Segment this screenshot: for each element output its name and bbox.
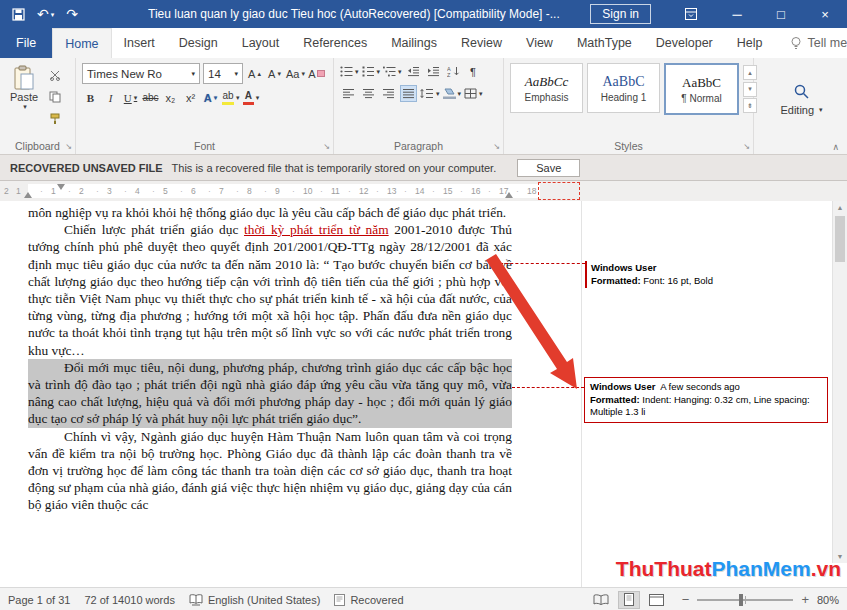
tab-mailings[interactable]: Mailings [379,28,449,58]
sort-button[interactable]: AZ [445,63,462,80]
tab-developer[interactable]: Developer [644,28,725,58]
tab-layout[interactable]: Layout [230,28,292,58]
cut-button[interactable] [46,66,63,83]
paragraph-dialog-launcher-icon[interactable]: ↘ [493,142,500,151]
scrollbar-thumb[interactable] [835,216,845,262]
increase-indent-button[interactable] [425,63,442,80]
subscript-button[interactable]: x₂ [162,89,179,106]
first-line-indent-marker[interactable] [57,184,65,190]
numbering-button[interactable]: ▾ [362,63,381,80]
maximize-button[interactable]: □ [759,0,803,28]
ruler[interactable]: 211·2·3·4·5·6·7·8·9·10·11·12·13·14·15·16… [0,181,847,201]
revision-note[interactable]: Windows User A few seconds agoFormatted:… [584,377,828,423]
multilevel-list-button[interactable]: ▾ [383,63,402,80]
align-center-button[interactable] [360,85,377,102]
text-effects-button[interactable]: A▾ [202,89,219,106]
styles-gallery: AaBbCcEmphasisAaBbCHeading 1AaBbC¶ Norma… [510,63,739,115]
font-name-select[interactable]: Times New Ro▾ [82,63,200,84]
font-dialog-launcher-icon[interactable]: ↘ [323,142,330,151]
redo-icon[interactable]: ↷ [66,7,78,21]
style-heading-1[interactable]: AaBbCHeading 1 [587,63,660,113]
font-size-select[interactable]: 14▾ [203,63,243,84]
save-recovered-button[interactable]: Save [517,159,580,177]
bold-button[interactable]: B [82,89,99,106]
clipboard-dialog-launcher-icon[interactable]: ↘ [65,142,72,151]
bullets-button[interactable]: ▾ [340,63,359,80]
close-button[interactable]: × [803,0,847,28]
sign-in-button[interactable]: Sign in [590,4,651,24]
paragraph[interactable]: Chiến lược phát triển giáo dục thời kỳ p… [28,221,512,359]
style-emphasis[interactable]: AaBbCcEmphasis [510,63,583,113]
underline-button[interactable]: U▾ [122,89,139,106]
paragraph[interactable]: Chính vì vậy, Ngành giáo dục huyện Hàm T… [28,428,512,514]
tab-references[interactable]: References [291,28,379,58]
page-indicator[interactable]: Page 1 of 31 [8,594,70,606]
grow-font-button[interactable]: A▴ [246,65,263,82]
highlight-button[interactable]: ab▾ [222,89,240,106]
clear-formatting-button[interactable]: A [308,65,325,82]
strikethrough-button[interactable]: abc [142,89,159,106]
format-painter-button[interactable] [46,110,63,127]
collapse-ribbon-icon[interactable]: ∧ [832,142,839,152]
ruler-number: 2 [4,186,9,196]
style-preview: AaBbCc [525,74,568,90]
borders-button[interactable]: ▾ [464,85,483,102]
revision-connector-2 [512,387,584,388]
note-label: Formatted: [591,275,641,286]
scroll-up-icon[interactable]: ▲ [833,204,847,211]
zoom-percentage[interactable]: 80% [817,594,839,606]
editing-group[interactable]: Editing▾ [754,58,847,154]
proofing-status[interactable]: English (United States) [189,594,321,606]
zoom-slider[interactable] [697,599,793,601]
line-spacing-button[interactable]: ▾ [420,85,440,102]
show-formatting-marks-button[interactable]: ¶ [465,63,482,80]
zoom-in-button[interactable]: + [801,592,809,607]
paste-button[interactable]: Paste ▾ [6,63,42,127]
word-count[interactable]: 72 of 14010 words [84,594,175,606]
shading-button[interactable]: ▾ [443,85,462,102]
decrease-indent-button[interactable] [405,63,422,80]
document-text[interactable]: môn nghiệp vụ ra khỏi khỏi hệ thống giáo… [28,204,512,514]
tab-file[interactable]: File [0,28,52,58]
save-icon[interactable] [12,8,25,21]
italic-button[interactable]: I [102,89,119,106]
ruler-tick: · [96,186,99,196]
shrink-font-button[interactable]: A▾ [266,65,283,82]
styles-dialog-launcher-icon[interactable]: ↘ [743,142,750,151]
tab-home[interactable]: Home [52,28,111,58]
tab-mathtype[interactable]: MathType [565,28,644,58]
hanging-indent-marker[interactable] [24,192,32,198]
change-case-button[interactable]: Aa▾ [286,65,305,82]
recovered-status[interactable]: Recovered [334,594,403,606]
zoom-slider-thumb[interactable] [739,594,743,606]
superscript-button[interactable]: x² [182,89,199,106]
style-normal[interactable]: AaBbC¶ Normal [664,63,739,115]
undo-icon[interactable]: ↶▾ [37,7,54,21]
paragraph-selected[interactable]: Đổi mới mục tiêu, nội dung, phương pháp,… [28,359,512,428]
ruler-number: 14 [415,186,424,196]
recovered-file-bar: RECOVERED UNSAVED FILE This is a recover… [0,155,847,181]
font-color-button[interactable]: A▾ [243,89,260,106]
minimize-button[interactable]: ─ [715,0,759,28]
justify-button[interactable] [400,85,417,102]
web-layout-button[interactable] [646,591,668,609]
print-layout-button[interactable] [618,591,640,609]
align-right-button[interactable] [380,85,397,102]
ruler-tick: · [124,186,127,196]
read-mode-button[interactable] [590,591,612,609]
copy-button[interactable] [46,88,63,105]
tab-insert[interactable]: Insert [112,28,167,58]
revision-note[interactable]: Windows UserFormatted: Font: 16 pt, Bold [585,261,823,288]
tab-help[interactable]: Help [725,28,775,58]
ribbon-display-options-icon[interactable] [685,8,697,20]
tab-review[interactable]: Review [449,28,514,58]
align-left-button[interactable] [340,85,357,102]
paragraph[interactable]: môn nghiệp vụ ra khỏi khỏi hệ thống giáo… [28,204,512,221]
zoom-out-button[interactable]: − [682,592,690,607]
tab-view[interactable]: View [514,28,565,58]
tab-design[interactable]: Design [167,28,230,58]
tab-tell-me[interactable]: Tell me [778,28,847,58]
vertical-scrollbar[interactable]: ▲ ▼ [832,201,847,563]
styles-group-label: Styles [614,140,643,152]
word-window: ↶▾ ↷ Tieu luan quan ly giao duc Tieu hoc… [0,0,847,610]
